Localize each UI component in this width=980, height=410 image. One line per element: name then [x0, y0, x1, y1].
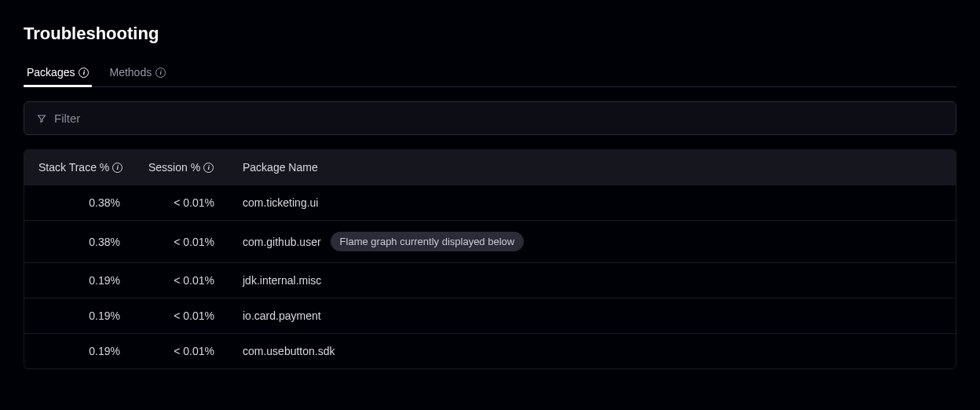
- col-header-session[interactable]: Session % i: [148, 161, 243, 174]
- cell-package-name-wrap: com.ticketing.ui: [243, 196, 942, 209]
- table-row[interactable]: 0.19%< 0.01%io.card.payment: [24, 298, 956, 333]
- flame-graph-badge: Flame graph currently displayed below: [331, 232, 525, 251]
- table-header: Stack Trace % i Session % i Package Name: [24, 150, 956, 185]
- cell-stack-trace: 0.19%: [38, 309, 148, 322]
- cell-session: < 0.01%: [148, 236, 243, 248]
- tab-packages[interactable]: Packages i: [24, 60, 92, 86]
- col-header-stack-label: Stack Trace %: [38, 161, 109, 174]
- table-row[interactable]: 0.19%< 0.01%com.usebutton.sdk: [24, 333, 956, 368]
- col-header-stack[interactable]: Stack Trace % i: [38, 161, 148, 174]
- cell-package-name: jdk.internal.misc: [243, 274, 321, 287]
- col-header-name[interactable]: Package Name: [243, 161, 942, 174]
- page-title: Troubleshooting: [24, 24, 956, 44]
- cell-package-name: com.usebutton.sdk: [243, 345, 335, 357]
- cell-session: < 0.01%: [148, 345, 243, 357]
- cell-package-name-wrap: com.usebutton.sdk: [243, 345, 942, 357]
- cell-session: < 0.01%: [148, 274, 243, 287]
- col-header-name-label: Package Name: [243, 161, 318, 174]
- cell-stack-trace: 0.38%: [38, 196, 148, 209]
- info-icon[interactable]: i: [155, 68, 166, 78]
- filter-box[interactable]: [24, 101, 956, 135]
- cell-stack-trace: 0.38%: [38, 236, 148, 248]
- packages-table: Stack Trace % i Session % i Package Name…: [24, 149, 956, 369]
- tabs: Packages i Methods i: [24, 60, 956, 87]
- cell-package-name-wrap: com.github.userFlame graph currently dis…: [243, 232, 942, 251]
- tab-methods[interactable]: Methods i: [106, 60, 169, 86]
- cell-stack-trace: 0.19%: [38, 274, 148, 287]
- cell-package-name: io.card.payment: [243, 309, 321, 322]
- cell-package-name: com.github.user: [243, 236, 321, 248]
- cell-session: < 0.01%: [148, 196, 243, 209]
- table-row[interactable]: 0.19%< 0.01%jdk.internal.misc: [24, 262, 956, 298]
- info-icon[interactable]: i: [79, 68, 89, 78]
- filter-input[interactable]: [54, 112, 943, 125]
- cell-stack-trace: 0.19%: [38, 345, 148, 357]
- cell-package-name: com.ticketing.ui: [243, 196, 318, 209]
- cell-session: < 0.01%: [148, 309, 243, 322]
- tab-packages-label: Packages: [27, 66, 75, 79]
- table-row[interactable]: 0.38%< 0.01%com.ticketing.ui: [24, 185, 956, 220]
- info-icon[interactable]: i: [203, 163, 214, 173]
- tab-methods-label: Methods: [109, 66, 152, 79]
- col-header-session-label: Session %: [148, 161, 200, 174]
- info-icon[interactable]: i: [112, 163, 122, 173]
- filter-icon: [37, 114, 46, 123]
- cell-package-name-wrap: io.card.payment: [243, 309, 942, 322]
- table-row[interactable]: 0.38%< 0.01%com.github.userFlame graph c…: [24, 220, 956, 262]
- cell-package-name-wrap: jdk.internal.misc: [243, 274, 942, 287]
